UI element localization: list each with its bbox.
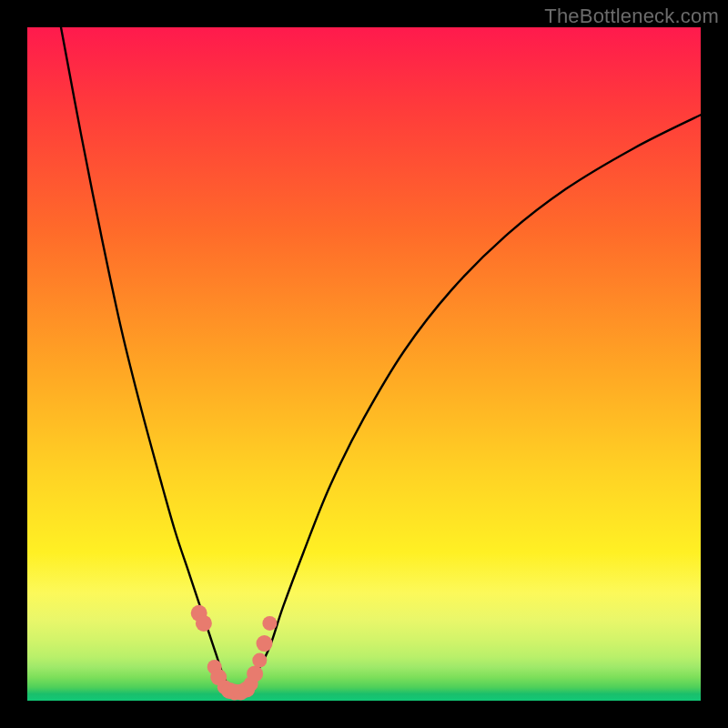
marker-cluster [191, 605, 278, 701]
marker-point [262, 616, 277, 631]
marker-point [257, 635, 273, 652]
plot-area [27, 27, 701, 701]
marker-point [247, 665, 263, 682]
outer-black-frame: TheBottleneck.com [0, 0, 728, 728]
watermark-text: TheBottleneck.com [544, 5, 719, 28]
marker-point [196, 615, 212, 632]
chart-svg [27, 27, 701, 701]
bottleneck-curve [61, 27, 701, 695]
marker-point [252, 653, 267, 668]
